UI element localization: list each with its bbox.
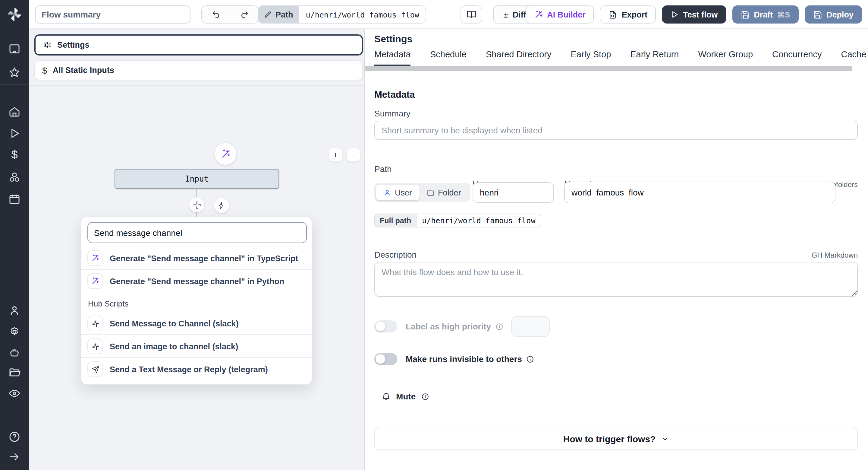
user-icon — [383, 188, 391, 196]
step-search-input[interactable] — [87, 222, 307, 243]
draft-button[interactable]: Draft ⌘S — [732, 5, 799, 24]
undo-button[interactable] — [202, 6, 230, 23]
high-priority-row: Label as high priority — [374, 316, 503, 337]
folder-icon — [427, 188, 434, 196]
settings-heading: Settings — [374, 34, 412, 45]
expand-rail-arrow-icon[interactable] — [8, 451, 21, 463]
markdown-hint: GH Markdown — [812, 251, 858, 259]
variables-dollar-icon[interactable]: $ — [8, 149, 21, 161]
description-textarea[interactable] — [374, 262, 858, 297]
step-picker-dropdown: Generate "Send message channel" in TypeS… — [81, 216, 312, 385]
slack-icon — [87, 316, 103, 331]
metadata-heading: Metadata — [374, 89, 415, 100]
deploy-button[interactable]: Deploy — [805, 5, 862, 24]
info-icon — [526, 355, 534, 363]
wand-icon — [87, 251, 103, 266]
users-icon[interactable] — [8, 305, 21, 317]
tab-early-stop[interactable]: Early Stop — [570, 50, 611, 66]
divider — [82, 334, 313, 335]
pencil-icon — [264, 10, 272, 19]
favorites-star-icon[interactable] — [8, 66, 21, 79]
topbar: Path u/henri/world_famous_flow ± Diff AI… — [0, 0, 868, 29]
summary-label: Summary — [374, 109, 410, 118]
settings-tabs: Metadata Schedule Shared Directory Early… — [374, 50, 868, 66]
hub-item-send-image-slack[interactable]: Send an image to channel (slack) — [82, 335, 313, 357]
tab-metadata[interactable]: Metadata — [374, 50, 411, 66]
user-input[interactable] — [472, 182, 554, 203]
hub-scripts-header: Hub Scripts — [88, 299, 128, 308]
tab-worker-group[interactable]: Worker Group — [698, 50, 753, 66]
path-label: Path — [374, 164, 392, 174]
path-chip[interactable]: Path u/henri/world_famous_flow — [258, 5, 427, 24]
export-button[interactable]: Export — [600, 5, 656, 24]
windmill-logo-icon[interactable] — [7, 7, 22, 22]
runs-icon[interactable] — [8, 127, 21, 139]
schedules-calendar-icon[interactable] — [8, 193, 21, 205]
hub-item-send-message-slack[interactable]: Send Message to Channel (slack) — [82, 313, 313, 334]
how-to-trigger-button[interactable]: How to trigger flows? — [374, 428, 858, 450]
wand-icon — [534, 10, 543, 19]
flow-graph-canvas[interactable]: Input + − Generate "Send message channel… — [29, 85, 364, 470]
redo-button[interactable] — [230, 6, 258, 23]
owner-user-option[interactable]: User — [376, 185, 419, 200]
settings-gear-icon[interactable] — [8, 326, 21, 338]
save-icon — [741, 10, 749, 19]
workers-robot-icon[interactable] — [8, 347, 21, 359]
description-label: Description — [374, 250, 416, 259]
generate-python-item[interactable]: Generate "Send message channel" in Pytho… — [82, 270, 313, 292]
flow-editor-panel: Settings $ All Static Inputs Input + − — [29, 29, 365, 470]
full-path-value: u/henri/world_famous_flow — [416, 213, 541, 228]
left-rail: $ — [0, 0, 29, 470]
test-flow-button[interactable]: Test flow — [662, 5, 726, 24]
owner-folder-option[interactable]: Folder — [419, 185, 468, 200]
zoom-in-button[interactable]: + — [329, 148, 342, 162]
export-file-icon — [609, 10, 618, 19]
invisible-runs-label: Make runs invisible to others — [406, 354, 534, 364]
full-path: Full path u/henri/world_famous_flow — [374, 213, 541, 228]
summary-input[interactable] — [374, 121, 858, 140]
priority-value-box — [511, 316, 550, 337]
sliders-icon — [43, 40, 52, 50]
flow-summary-input[interactable] — [35, 5, 190, 24]
rail-divider — [0, 85, 29, 85]
generate-typescript-item[interactable]: Generate "Send message channel" in TypeS… — [82, 247, 313, 269]
tab-shared-directory[interactable]: Shared Directory — [486, 50, 552, 66]
mute-row[interactable]: Mute — [381, 391, 429, 401]
tab-schedule[interactable]: Schedule — [430, 50, 467, 66]
high-priority-label: Label as high priority — [406, 322, 503, 331]
slack-icon — [87, 339, 103, 354]
help-icon[interactable] — [8, 431, 21, 443]
path-chip-value: u/henri/world_famous_flow — [299, 5, 427, 24]
ai-flow-wand-button[interactable] — [215, 143, 236, 165]
divider — [82, 269, 313, 270]
high-priority-toggle[interactable] — [374, 320, 397, 332]
save-icon — [813, 10, 822, 19]
tab-early-return[interactable]: Early Return — [630, 50, 679, 66]
dollar-icon: $ — [42, 65, 47, 76]
settings-panel: Settings Metadata Schedule Shared Direct… — [365, 29, 868, 470]
info-icon — [421, 392, 429, 400]
flow-settings-button[interactable]: Settings — [34, 34, 363, 56]
zoom-out-button[interactable]: − — [347, 148, 361, 162]
home-icon[interactable] — [8, 106, 21, 118]
docs-book-button[interactable] — [461, 5, 482, 24]
add-trigger-bolt-button[interactable] — [214, 198, 229, 213]
full-path-label: Full path — [374, 213, 416, 228]
hub-item-send-text-telegram[interactable]: Send a Text Message or Reply (telegram) — [82, 358, 313, 380]
workspace-icon[interactable] — [8, 43, 21, 55]
ai-builder-button[interactable]: AI Builder — [525, 5, 594, 24]
path-chip-label: Path — [276, 10, 293, 19]
tab-concurrency[interactable]: Concurrency — [772, 50, 822, 66]
plus-minus-icon: ± — [503, 9, 508, 20]
input-node[interactable]: Input — [115, 169, 279, 189]
all-static-inputs-button[interactable]: $ All Static Inputs — [34, 60, 363, 80]
divider — [82, 357, 313, 358]
audit-eye-icon[interactable] — [8, 387, 21, 400]
tabs-scrollbar[interactable] — [365, 66, 852, 71]
invisible-runs-toggle[interactable] — [374, 353, 397, 365]
folders-icon[interactable] — [8, 367, 21, 379]
tab-cache[interactable]: Cache — [841, 50, 866, 66]
resources-cubes-icon[interactable] — [8, 171, 21, 183]
name-input[interactable] — [564, 182, 835, 203]
add-step-button[interactable] — [189, 197, 204, 212]
